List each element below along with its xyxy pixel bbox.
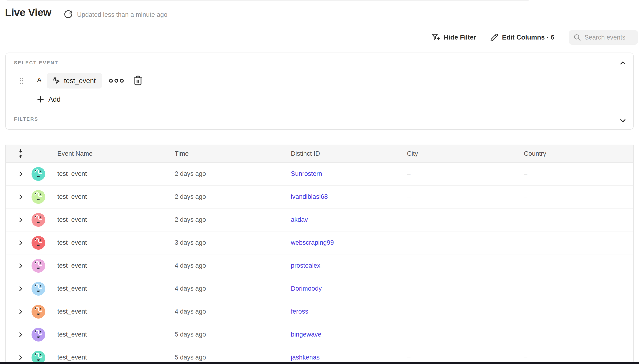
- clause-letter: A: [37, 76, 42, 84]
- expand-row-button[interactable]: [16, 216, 25, 224]
- city-cell: –: [407, 354, 410, 361]
- user-avatar[interactable]: [32, 213, 45, 227]
- table-row: test_event 4 days ago Dorimoody – –: [6, 278, 633, 300]
- table-row: test_event 2 days ago akdav – –: [6, 208, 633, 232]
- user-avatar[interactable]: [32, 351, 45, 362]
- top-divider: [7, 0, 529, 1]
- updated-status: Updated less than a minute ago: [77, 11, 167, 18]
- collapse-rows-icon: [17, 149, 25, 158]
- chevron-right-icon: [17, 286, 24, 292]
- table-row: test_event 2 days ago Sunrostern – –: [6, 162, 633, 186]
- table-body: test_event 2 days ago Sunrostern – –: [6, 162, 633, 362]
- column-header-distinct-id[interactable]: Distinct ID: [291, 150, 407, 158]
- avatar-face-icon: [32, 236, 45, 250]
- column-header-event-name[interactable]: Event Name: [48, 150, 175, 158]
- city-cell: –: [407, 285, 410, 292]
- user-avatar[interactable]: [32, 236, 45, 250]
- delete-event-button[interactable]: [133, 75, 143, 86]
- chevron-right-icon: [17, 262, 24, 269]
- country-cell: –: [524, 239, 527, 246]
- distinct-id-link[interactable]: akdav: [291, 216, 308, 223]
- expand-row-button[interactable]: [16, 330, 25, 339]
- time-cell: 2 days ago: [175, 216, 206, 223]
- expand-row-button[interactable]: [16, 170, 25, 178]
- city-cell: –: [407, 331, 410, 338]
- expand-filters-button[interactable]: [619, 116, 627, 125]
- search-events-input[interactable]: [584, 34, 632, 41]
- country-cell: –: [524, 331, 527, 338]
- time-cell: 4 days ago: [175, 308, 206, 315]
- event-name-cell: test_event: [57, 308, 87, 315]
- user-avatar[interactable]: [32, 328, 45, 342]
- refresh-button[interactable]: [64, 10, 73, 19]
- table-row: test_event 5 days ago bingewave – –: [6, 323, 633, 346]
- avatar-face-icon: [32, 328, 45, 342]
- column-header-country[interactable]: Country: [524, 150, 633, 158]
- avatar-face-icon: [32, 190, 45, 204]
- event-name-cell: test_event: [57, 170, 87, 177]
- avatar-face-icon: [32, 282, 45, 296]
- avatar-face-icon: [32, 213, 45, 227]
- distinct-id-link[interactable]: Sunrostern: [291, 170, 322, 177]
- event-name-cell: test_event: [57, 216, 87, 223]
- user-avatar[interactable]: [32, 190, 45, 204]
- distinct-id-link[interactable]: prostoalex: [291, 262, 320, 269]
- trash-icon: [133, 75, 143, 86]
- expand-row-button[interactable]: [16, 284, 25, 293]
- drag-handle[interactable]: [18, 76, 25, 85]
- search-events-box[interactable]: [569, 30, 638, 45]
- distinct-id-link[interactable]: bingewave: [291, 331, 321, 338]
- event-name-cell: test_event: [57, 262, 87, 269]
- time-cell: 2 days ago: [175, 170, 206, 177]
- table-row: test_event 5 days ago jashkenas – –: [6, 346, 633, 362]
- distinct-id-link[interactable]: Dorimoody: [291, 285, 322, 292]
- time-cell: 5 days ago: [175, 354, 206, 361]
- city-cell: –: [407, 170, 410, 177]
- distinct-id-link[interactable]: feross: [291, 308, 308, 315]
- expand-row-button[interactable]: [16, 262, 25, 270]
- user-avatar[interactable]: [32, 305, 45, 318]
- time-cell: 4 days ago: [175, 285, 206, 292]
- add-event-button[interactable]: Add: [37, 94, 61, 105]
- time-cell: 4 days ago: [175, 262, 206, 269]
- query-builder-panel: SELECT EVENT A test_event: [5, 52, 634, 130]
- event-more-options-button[interactable]: [109, 75, 124, 86]
- selected-event-chip[interactable]: test_event: [47, 73, 102, 88]
- table-header-row: Event Name Time Distinct ID City Country: [6, 144, 633, 162]
- distinct-id-link[interactable]: jashkenas: [291, 354, 320, 361]
- event-name-cell: test_event: [57, 285, 87, 292]
- event-name-cell: test_event: [57, 354, 87, 361]
- expand-row-button[interactable]: [16, 353, 25, 362]
- avatar-face-icon: [32, 305, 45, 318]
- expand-row-button[interactable]: [16, 238, 25, 247]
- expand-row-button[interactable]: [16, 193, 25, 201]
- filter-plus-icon: [431, 33, 440, 42]
- user-avatar[interactable]: [32, 167, 45, 181]
- table-row: test_event 4 days ago prostoalex – –: [6, 254, 633, 278]
- cursor-click-icon: [52, 76, 61, 85]
- column-header-time[interactable]: Time: [175, 150, 291, 158]
- collapse-select-event-button[interactable]: [619, 59, 627, 67]
- chevron-up-icon: [619, 59, 627, 67]
- user-avatar[interactable]: [32, 259, 45, 273]
- hide-filter-button[interactable]: Hide Filter: [431, 30, 476, 45]
- user-avatar[interactable]: [32, 282, 45, 296]
- event-name-cell: test_event: [57, 239, 87, 246]
- country-cell: –: [524, 285, 527, 292]
- chevron-right-icon: [17, 354, 24, 361]
- hide-filter-label: Hide Filter: [444, 34, 476, 41]
- drag-dots-icon: [18, 76, 25, 85]
- chevron-right-icon: [17, 194, 24, 200]
- time-cell: 5 days ago: [175, 331, 206, 338]
- column-header-city[interactable]: City: [407, 150, 524, 158]
- city-cell: –: [407, 308, 410, 315]
- bottom-edge-bar: [0, 362, 639, 364]
- events-table: Event Name Time Distinct ID City Country: [5, 144, 634, 362]
- collapse-all-button[interactable]: [17, 149, 25, 158]
- event-clause-row: A test_event: [6, 73, 633, 88]
- table-row: test_event 3 days ago webscraping99 – –: [6, 232, 633, 254]
- expand-row-button[interactable]: [16, 308, 25, 316]
- edit-columns-button[interactable]: Edit Columns · 6: [490, 30, 554, 45]
- distinct-id-link[interactable]: webscraping99: [291, 239, 334, 246]
- distinct-id-link[interactable]: ivandiblasi68: [291, 193, 328, 200]
